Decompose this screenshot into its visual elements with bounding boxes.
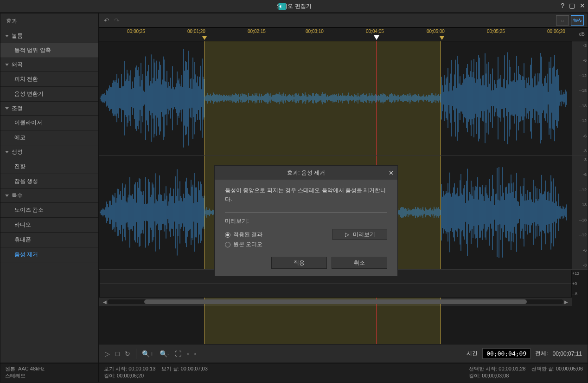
- item-phone[interactable]: 휴대폰: [0, 233, 98, 247]
- view-start: 보기 시작: 00;00;00;13: [104, 366, 155, 371]
- category-volume[interactable]: 볼륨: [0, 29, 98, 43]
- effects-sidebar: 효과 볼륨 동적 범위 압축 왜곡 피치 전환 음성 변환기 조정 이퀄라이저 …: [0, 13, 99, 363]
- mode-zoom-fit[interactable]: ↔: [556, 15, 569, 26]
- total-time: 00;00;07;11: [553, 351, 582, 357]
- item-radio[interactable]: 라디오: [0, 218, 98, 233]
- time-label: 시간: [467, 350, 478, 357]
- undo-icon[interactable]: ↶: [104, 17, 109, 24]
- playback-controls: ▷ □ ↻ 🔍+ 🔍- ⛶ ⟷ 시간 00;00;04;09 전체: 00;00…: [99, 344, 588, 363]
- sidebar-header: 효과: [0, 13, 98, 29]
- zoom-out-icon[interactable]: 🔍-: [160, 350, 170, 357]
- playhead-marker[interactable]: [374, 35, 379, 40]
- play-icon: ▷: [345, 231, 349, 238]
- chevron-down-icon: [5, 151, 9, 153]
- item-voice-changer[interactable]: 음성 변환기: [0, 87, 98, 102]
- play-icon[interactable]: ▷: [105, 350, 110, 357]
- sel-length: 길이: 00;00;03;08: [469, 373, 509, 378]
- help-icon[interactable]: ?: [561, 2, 564, 9]
- chevron-down-icon: [5, 107, 9, 110]
- app-logo-icon: [278, 3, 286, 10]
- selection-start-marker[interactable]: [202, 36, 207, 40]
- zoom-fit-icon[interactable]: ⟷: [187, 350, 196, 357]
- loop-icon[interactable]: ↻: [125, 350, 130, 357]
- item-reverb[interactable]: 잔향: [0, 159, 98, 174]
- effects-list: 볼륨 동적 범위 압축 왜곡 피치 전환 음성 변환기 조정 이퀄라이저 에코 …: [0, 29, 98, 363]
- db-scale-left: -3-6--12--18--18--12-6-3: [572, 41, 588, 155]
- chevron-down-icon: [5, 64, 9, 66]
- item-echo[interactable]: 에코: [0, 130, 98, 145]
- close-icon[interactable]: ✕: [580, 2, 585, 9]
- mode-waveform[interactable]: [571, 15, 584, 26]
- radio-icon: [225, 242, 230, 247]
- category-special[interactable]: 특수: [0, 189, 98, 203]
- item-pitch-shift[interactable]: 피치 전환: [0, 72, 98, 87]
- dialog-titlebar[interactable]: 효과: 음성 제거 ✕: [215, 166, 397, 180]
- item-noise-reduce[interactable]: 노이즈 감소: [0, 203, 98, 218]
- total-label: 전체:: [535, 350, 548, 357]
- category-generate[interactable]: 생성: [0, 145, 98, 159]
- radio-icon: [225, 232, 230, 238]
- radio-applied-result[interactable]: 적용된 결과: [225, 231, 262, 239]
- item-vocal-remove[interactable]: 음성 제거: [0, 247, 98, 262]
- editor-toolbar: ↶ ↷ ↔: [99, 13, 588, 27]
- zoom-in-icon[interactable]: 🔍+: [142, 350, 153, 357]
- dialog-description: 음성이 중앙으로 퍼지는 경우 스테레오 음악에서 음성을 제거합니다.: [225, 186, 387, 204]
- chevron-down-icon: [5, 195, 9, 197]
- waveform-icon: [573, 18, 582, 23]
- divider: [136, 349, 136, 359]
- preview-label: 미리보기:: [225, 217, 387, 225]
- selection-end-marker[interactable]: [440, 36, 444, 40]
- dialog-cancel-button[interactable]: 취소: [332, 257, 387, 269]
- view-length: 길이: 00;00;06;20: [104, 373, 144, 378]
- item-dynamic-range[interactable]: 동적 범위 압축: [0, 43, 98, 58]
- waveform-left: [99, 41, 568, 155]
- dialog-title: 효과: 음성 제거: [287, 169, 325, 177]
- status-bar: 원본: AAC 48kHz 스테레오 보기 시작: 00;00;00;13 보기…: [0, 363, 588, 383]
- overview-scale: +12+0--8: [571, 270, 587, 297]
- scroll-thumb[interactable]: [144, 299, 527, 304]
- dialog-close-icon[interactable]: ✕: [389, 169, 394, 176]
- category-adjust[interactable]: 조정: [0, 102, 98, 116]
- channel-left: -3-6--12--18--18--12-6-3: [99, 41, 588, 156]
- current-time[interactable]: 00;00;04;09: [482, 348, 530, 359]
- db-label: dB: [579, 32, 585, 37]
- apply-button[interactable]: 적용: [271, 257, 327, 269]
- sel-end: 선택한 끝: 00;00;05;06: [531, 366, 583, 371]
- preview-button[interactable]: ▷ 미리보기: [332, 229, 387, 240]
- scroll-right-icon[interactable]: ▶: [563, 299, 569, 305]
- db-scale-right: -3-6--12--18--18--12-6-3: [572, 156, 588, 269]
- chevron-down-icon: [5, 35, 9, 37]
- scroll-left-icon[interactable]: ◀: [102, 299, 108, 305]
- sel-start: 선택한 시작: 00;00;01;28: [469, 366, 525, 371]
- view-end: 보기 끝: 00;00;07;03: [161, 366, 208, 371]
- source-format: 원본: AAC 48kHz: [5, 365, 94, 372]
- zoom-selection-icon[interactable]: ⛶: [175, 350, 181, 357]
- divider: [225, 212, 387, 213]
- maximize-icon[interactable]: ▢: [569, 2, 575, 9]
- vocal-remove-dialog: 효과: 음성 제거 ✕ 음성이 중앙으로 퍼지는 경우 스테레오 음악에서 음성…: [214, 165, 398, 277]
- timeline-ruler[interactable]: 00;00;25 00;01;20 00;02;15 00;03;10 00;0…: [99, 27, 588, 41]
- channel-mode: 스테레오: [5, 372, 94, 379]
- item-noise-gen[interactable]: 잡음 생성: [0, 174, 98, 189]
- category-distortion[interactable]: 왜곡: [0, 58, 98, 72]
- window-titlebar: 오디오 편집기 ? ▢ ✕: [0, 0, 588, 13]
- redo-icon[interactable]: ↷: [114, 17, 120, 24]
- radio-original-audio[interactable]: 원본 오디오: [225, 240, 262, 248]
- stop-icon[interactable]: □: [115, 350, 119, 357]
- item-equalizer[interactable]: 이퀄라이저: [0, 116, 98, 130]
